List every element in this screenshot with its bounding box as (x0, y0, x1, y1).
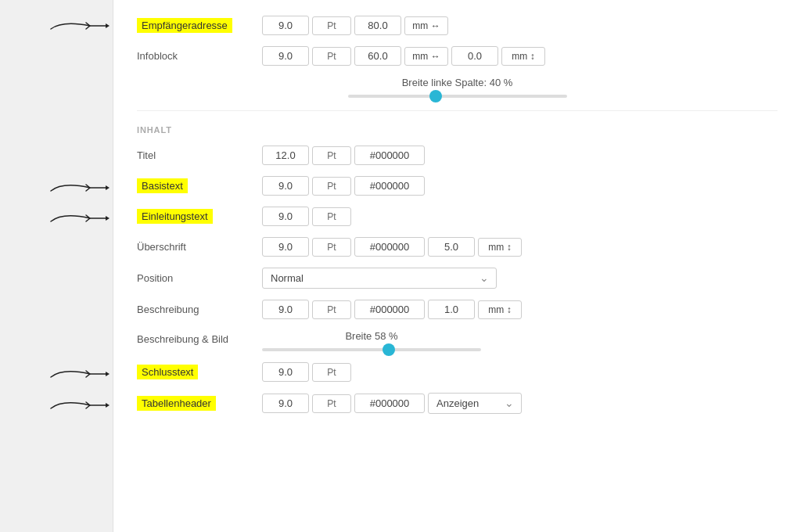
beschreibung-bild-row-inner: Beschreibung & Bild Breite 58 % (262, 330, 778, 351)
breite-links-slider-row: Breite linke Spalte: 40 % (137, 77, 778, 98)
tabellenheader-fields: Pt Anzeigen Ausblenden (262, 393, 522, 414)
beschreibung-bild-label: Beschreibung & Bild (137, 333, 262, 345)
empfaengeradresse-width-input[interactable] (354, 16, 401, 35)
ueberschrift-row: Überschrift Pt mm ↕ (137, 237, 778, 257)
beschreibung-bild-track[interactable] (262, 348, 481, 351)
infoblock-label: Infoblock (137, 50, 262, 62)
empfaengeradresse-label: Empfängeradresse (137, 20, 262, 31)
infoblock-fields: Pt mm ↔ mm ↕ (262, 46, 545, 66)
infoblock-width-unit: mm ↔ (404, 47, 448, 66)
arrow-empfaengeradresse (47, 16, 110, 35)
infoblock-height-input[interactable] (451, 46, 498, 66)
arrow-basistext-svg (47, 177, 110, 196)
ueberschrift-fields: Pt mm ↕ (262, 237, 522, 257)
titel-color-input[interactable] (354, 146, 425, 165)
basistext-label-wrapper: Basistext (137, 180, 262, 192)
empfaengeradresse-size-input[interactable] (262, 16, 309, 35)
titel-size-unit: Pt (312, 146, 351, 165)
arrow-tabellenheader (47, 394, 110, 413)
tabellenheader-label-wrapper: Tabellenheader (137, 397, 262, 409)
page: Empfängeradresse Pt mm ↔ Infoblock Pt mm… (0, 0, 801, 532)
beschreibung-color-input[interactable] (354, 300, 425, 319)
svg-marker-9 (106, 403, 110, 408)
content: Empfängeradresse Pt mm ↔ Infoblock Pt mm… (113, 0, 801, 532)
tabellenheader-color-input[interactable] (354, 394, 425, 413)
position-select[interactable]: Normal Links Rechts Zentriert (262, 268, 497, 289)
beschreibung-spacing-input[interactable] (428, 300, 475, 319)
titel-label: Titel (137, 149, 262, 161)
einleitungstext-size-unit: Pt (312, 207, 351, 226)
breite-links-label: Breite linke Spalte: 40 % (402, 77, 513, 88)
beschreibung-label: Beschreibung (137, 304, 262, 315)
basistext-row: Basistext Pt (137, 176, 778, 196)
beschreibung-bild-slider-label: Breite 58 % (345, 330, 397, 342)
arrow-einleitungstext (47, 207, 110, 226)
svg-marker-5 (106, 216, 110, 221)
ueberschrift-spacing-unit: mm ↕ (478, 238, 522, 257)
beschreibung-spacing-unit: mm ↕ (478, 300, 522, 319)
schlusstext-row: Schlusstext Pt (137, 362, 778, 382)
tabellenheader-highlight: Tabellenheader (137, 396, 216, 411)
schlusstext-label-wrapper: Schlusstext (137, 366, 262, 378)
beschreibung-bild-slider-group: Breite 58 % (262, 330, 481, 351)
svg-marker-7 (106, 372, 110, 376)
tabellenheader-size-unit: Pt (312, 394, 351, 413)
breite-links-track[interactable] (348, 95, 567, 98)
schlusstext-size-input[interactable] (262, 362, 309, 382)
ueberschrift-color-input[interactable] (354, 237, 425, 257)
infoblock-size-unit: Pt (312, 47, 351, 66)
einleitungstext-size-input[interactable] (262, 207, 309, 226)
divider-1 (137, 110, 778, 111)
basistext-highlight: Basistext (137, 178, 188, 193)
inhalt-header: INHALT (137, 125, 778, 135)
infoblock-width-input[interactable] (354, 46, 401, 66)
arrow-svg (47, 16, 110, 35)
titel-row: Titel Pt (137, 146, 778, 165)
basistext-size-input[interactable] (262, 176, 309, 196)
beschreibung-size-input[interactable] (262, 300, 309, 319)
beschreibung-bild-row: Beschreibung & Bild Breite 58 % (137, 330, 778, 351)
tabellenheader-size-input[interactable] (262, 394, 309, 413)
beschreibung-bild-thumb[interactable] (383, 343, 395, 356)
infoblock-height-unit: mm ↕ (501, 47, 545, 66)
empfaengeradresse-row: Empfängeradresse Pt mm ↔ (137, 16, 778, 35)
einleitungstext-label-wrapper: Einleitungstext (137, 210, 262, 222)
position-label: Position (137, 272, 262, 284)
ueberschrift-label: Überschrift (137, 241, 262, 253)
sidebar (0, 0, 113, 532)
arrow-einleitungstext-svg (47, 207, 110, 226)
arrow-schlusstext-svg (47, 363, 110, 382)
position-row: Position Normal Links Rechts Zentriert (137, 268, 778, 289)
empfaengeradresse-fields: Pt mm ↔ (262, 16, 448, 35)
position-select-wrapper: Normal Links Rechts Zentriert (262, 268, 497, 289)
empfaengeradresse-size-unit: Pt (312, 16, 351, 35)
infoblock-size-input[interactable] (262, 46, 309, 66)
ueberschrift-size-unit: Pt (312, 238, 351, 257)
infoblock-row: Infoblock Pt mm ↔ mm ↕ (137, 46, 778, 66)
einleitungstext-fields: Pt (262, 207, 351, 226)
schlusstext-size-unit: Pt (312, 363, 351, 382)
beschreibung-fields: Pt mm ↕ (262, 300, 522, 319)
arrow-basistext (47, 177, 110, 196)
tabellenheader-row: Tabellenheader Pt Anzeigen Ausblenden (137, 393, 778, 414)
arrow-tabellenheader-svg (47, 394, 110, 413)
arrow-schlusstext (47, 363, 110, 382)
empfaengeradresse-width-unit: mm ↔ (404, 16, 448, 35)
titel-size-input[interactable] (262, 146, 309, 165)
tabellenheader-display-select[interactable]: Anzeigen Ausblenden (428, 393, 522, 414)
ueberschrift-spacing-input[interactable] (428, 237, 475, 257)
titel-fields: Pt (262, 146, 425, 165)
beschreibung-size-unit: Pt (312, 300, 351, 319)
tabellenheader-display-wrapper: Anzeigen Ausblenden (428, 393, 522, 414)
empfaengeradresse-highlight: Empfängeradresse (137, 18, 232, 33)
beschreibung-row: Beschreibung Pt mm ↕ (137, 300, 778, 319)
breite-links-thumb[interactable] (429, 90, 442, 102)
basistext-fields: Pt (262, 176, 425, 196)
einleitungstext-row: Einleitungstext Pt (137, 207, 778, 226)
ueberschrift-size-input[interactable] (262, 237, 309, 257)
basistext-size-unit: Pt (312, 177, 351, 196)
einleitungstext-highlight: Einleitungstext (137, 209, 213, 224)
basistext-color-input[interactable] (354, 176, 425, 196)
svg-marker-1 (106, 23, 110, 28)
schlusstext-highlight: Schlusstext (137, 365, 198, 379)
